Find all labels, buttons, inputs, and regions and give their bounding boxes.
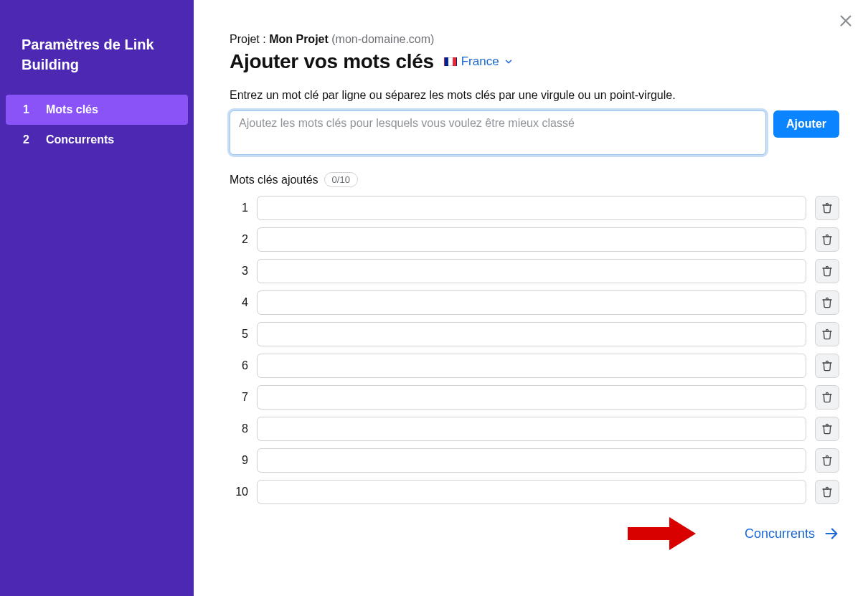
keyword-input[interactable] — [257, 354, 806, 378]
delete-keyword-button[interactable] — [815, 480, 839, 504]
keyword-input[interactable] — [257, 196, 806, 220]
keyword-row: 6 — [230, 354, 839, 378]
keyword-input[interactable] — [257, 227, 806, 252]
keyword-row-number: 5 — [230, 328, 248, 341]
main-content: Projet : Mon Projet (mon-domaine.com) Aj… — [194, 0, 868, 596]
keyword-row: 5 — [230, 322, 839, 346]
keyword-row: 9 — [230, 448, 839, 473]
delete-keyword-button[interactable] — [815, 259, 839, 283]
project-breadcrumb: Projet : Mon Projet (mon-domaine.com) — [230, 33, 839, 46]
close-button[interactable] — [834, 9, 858, 33]
trash-icon — [821, 328, 833, 340]
keyword-row-number: 1 — [230, 202, 248, 214]
project-domain: (mon-domaine.com) — [331, 33, 434, 45]
sidebar-item-label: Mots clés — [46, 103, 98, 116]
delete-keyword-button[interactable] — [815, 417, 839, 441]
sidebar-title: Paramètres de Link Building — [0, 34, 194, 95]
trash-icon — [821, 360, 833, 372]
close-icon — [838, 13, 854, 29]
keyword-input[interactable] — [257, 448, 806, 473]
sidebar-item-keywords[interactable]: 1 Mots clés — [6, 95, 188, 125]
trash-icon — [821, 202, 833, 214]
add-button[interactable]: Ajouter — [773, 110, 839, 138]
keyword-input[interactable] — [257, 417, 806, 441]
trash-icon — [821, 234, 833, 245]
keyword-row: 1 — [230, 196, 839, 220]
added-keywords-label: Mots clés ajoutés — [230, 174, 319, 186]
trash-icon — [821, 297, 833, 308]
keyword-row-number: 6 — [230, 359, 248, 372]
keyword-row: 8 — [230, 417, 839, 441]
annotation-arrow — [628, 517, 696, 550]
keywords-textarea[interactable] — [230, 110, 766, 155]
next-step-label: Concurrents — [745, 526, 815, 541]
trash-icon — [821, 423, 833, 435]
keyword-row-number: 7 — [230, 391, 248, 404]
next-step-link[interactable]: Concurrents — [745, 526, 839, 541]
keyword-input[interactable] — [257, 322, 806, 346]
keyword-input[interactable] — [257, 385, 806, 410]
delete-keyword-button[interactable] — [815, 354, 839, 378]
svg-rect-0 — [628, 527, 669, 540]
keyword-row-number: 4 — [230, 296, 248, 309]
keyword-row: 2 — [230, 227, 839, 252]
delete-keyword-button[interactable] — [815, 227, 839, 252]
trash-icon — [821, 455, 833, 466]
sidebar-item-number: 2 — [23, 133, 33, 146]
delete-keyword-button[interactable] — [815, 385, 839, 410]
sidebar-nav: 1 Mots clés 2 Concurrents — [0, 95, 194, 155]
project-prefix: Projet : — [230, 33, 269, 45]
svg-marker-1 — [669, 517, 696, 550]
sidebar-item-competitors[interactable]: 2 Concurrents — [6, 125, 188, 155]
delete-keyword-button[interactable] — [815, 448, 839, 473]
project-name: Mon Projet — [269, 33, 329, 45]
keyword-row: 10 — [230, 480, 839, 504]
keywords-count-badge: 0/10 — [324, 172, 358, 187]
keywords-list: 12345678910 — [230, 196, 839, 504]
keyword-input[interactable] — [257, 290, 806, 315]
keyword-input[interactable] — [257, 480, 806, 504]
keyword-input[interactable] — [257, 259, 806, 283]
keyword-row: 7 — [230, 385, 839, 410]
sidebar-item-number: 1 — [23, 103, 33, 116]
keyword-row-number: 9 — [230, 454, 248, 467]
country-label: France — [461, 55, 499, 69]
page-title: Ajouter vos mots clés — [230, 50, 434, 73]
keyword-row-number: 2 — [230, 233, 248, 246]
keyword-row-number: 8 — [230, 422, 248, 435]
keyword-row: 4 — [230, 290, 839, 315]
sidebar: Paramètres de Link Building 1 Mots clés … — [0, 0, 194, 596]
sidebar-item-label: Concurrents — [46, 133, 114, 146]
keyword-row-number: 3 — [230, 265, 248, 278]
delete-keyword-button[interactable] — [815, 290, 839, 315]
keyword-row: 3 — [230, 259, 839, 283]
trash-icon — [821, 265, 833, 277]
instruction-text: Entrez un mot clé par ligne ou séparez l… — [230, 89, 839, 102]
country-selector[interactable]: France — [444, 55, 514, 69]
france-flag-icon — [444, 57, 457, 66]
delete-keyword-button[interactable] — [815, 322, 839, 346]
delete-keyword-button[interactable] — [815, 196, 839, 220]
trash-icon — [821, 486, 833, 498]
chevron-down-icon — [504, 57, 514, 67]
arrow-right-icon — [824, 526, 839, 541]
trash-icon — [821, 392, 833, 403]
keyword-row-number: 10 — [230, 486, 248, 498]
